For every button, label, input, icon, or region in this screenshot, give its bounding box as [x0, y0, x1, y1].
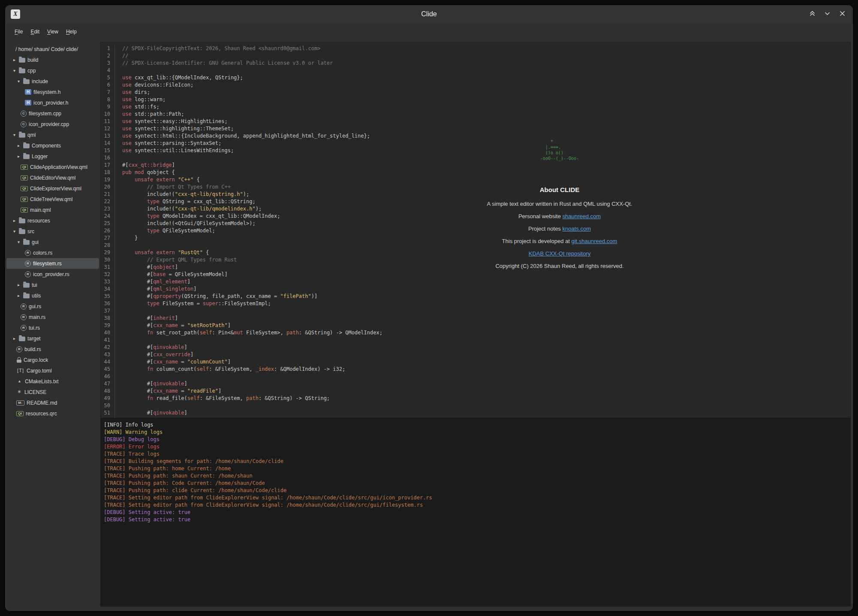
tree-item-cargo-toml[interactable]: [T]Cargo.toml	[6, 365, 99, 376]
tree-item-src[interactable]: ▾src	[6, 226, 99, 237]
tree-item-license[interactable]: *LICENSE	[6, 387, 99, 397]
tree-item-target[interactable]: ▸target	[6, 333, 99, 344]
kdab-cxx-qt-repository-link[interactable]: KDAB CXX-Qt repository	[529, 250, 591, 257]
tree-item-components[interactable]: ▸Components	[6, 140, 99, 151]
tree-item-include[interactable]: ▾include	[6, 76, 99, 87]
tree-item-logger[interactable]: ▸Logger	[6, 151, 99, 162]
tree-item-main-qml[interactable]: Qtmain.qml	[6, 204, 99, 215]
tree-item-clidetreeview-qml[interactable]: QtClideTreeView.qml	[6, 194, 99, 204]
tree-item-filesystem-h[interactable]: Hfilesystem.h	[6, 87, 99, 97]
tree-item-clideeditorview-qml[interactable]: QtClideEditorView.qml	[6, 172, 99, 183]
close-icon	[839, 10, 846, 19]
editor-pane[interactable]: 1234567891011121314151617181920212223242…	[101, 42, 850, 418]
close-button[interactable]	[839, 10, 846, 19]
line-number: 4	[101, 67, 110, 74]
code-line: fn column_count(self: &FileSystem, _inde…	[122, 366, 850, 373]
tree-item-tui[interactable]: ▸tui	[6, 279, 99, 290]
folder-icon	[23, 154, 30, 159]
file-explorer-sidebar[interactable]: / home/ shaun/ Code/ clide/▸build▾cpp▾in…	[5, 40, 100, 611]
log-output-panel[interactable]: [INFO] Info logs[WARN] Warning logs[DEBU…	[101, 418, 850, 606]
menu-item-help[interactable]: Help	[63, 27, 80, 36]
line-number: 33	[101, 278, 110, 285]
tree-item-resources-qrc[interactable]: Qtresources.qrc	[6, 408, 99, 419]
chevron-right-icon[interactable]: ▸	[18, 283, 23, 287]
tree-item-icon-provider-cpp[interactable]: Cicon_provider.cpp	[6, 119, 99, 129]
menu-item-edit[interactable]: Edit	[27, 27, 43, 36]
rust-file-icon: R	[21, 325, 27, 331]
tree-root-path[interactable]: / home/ shaun/ Code/ clide/	[6, 44, 99, 54]
line-number: 32	[101, 271, 110, 278]
tree-item-clideexplorerview-qml[interactable]: QtClideExplorerView.qml	[6, 183, 99, 194]
tree-item-tui-rs[interactable]: Rtui.rs	[6, 322, 99, 333]
tree-item-resources[interactable]: ▸resources	[6, 215, 99, 226]
tree-item-icon-provider-h[interactable]: Hicon_provider.h	[6, 97, 99, 108]
git-shaunreed-com-link[interactable]: git.shaunreed.com	[571, 238, 617, 244]
chevron-right-icon[interactable]: ▸	[18, 154, 23, 159]
code-line: fn set_root_path(self: Pin<&mut FileSyst…	[122, 329, 850, 337]
shaunreed-com-link[interactable]: shaunreed.com	[563, 213, 601, 219]
chevron-right-icon[interactable]: ▸	[13, 219, 19, 223]
line-number: 52	[101, 417, 110, 418]
log-line: [DEBUG] Setting active: true	[104, 509, 850, 516]
title-bar[interactable]: X Clide	[5, 5, 853, 23]
about-lines: A simple text editor written in Rust and…	[420, 200, 699, 270]
tree-item-label: ClideTreeView.qml	[30, 196, 72, 202]
main-panel: 1234567891011121314151617181920212223242…	[100, 42, 851, 607]
shade-button[interactable]	[809, 10, 816, 19]
code-line: #[qml_singleton]	[122, 285, 850, 293]
window-title: Clide	[421, 10, 437, 18]
cmake-file-icon: ▲	[16, 379, 23, 383]
code-line: use syntect::easy::HighlightLines;	[122, 118, 850, 125]
tree-item-colors-rs[interactable]: Rcolors.rs	[6, 247, 99, 258]
about-line: Project notes knoats.com	[420, 225, 699, 232]
tree-item-label: ClideApplicationView.qml	[30, 164, 87, 170]
tree-item-cargo-lock[interactable]: Cargo.lock	[6, 355, 99, 365]
rust-file-icon: R	[25, 271, 31, 277]
line-number: 22	[101, 198, 110, 205]
code-line: type FileSystem = super::FileSystemImpl;	[122, 300, 850, 307]
menu-item-file[interactable]: File	[11, 27, 26, 36]
tree-item-filesystem-rs[interactable]: Rfilesystem.rs	[6, 258, 99, 269]
tree-item-main-rs[interactable]: Rmain.rs	[6, 312, 99, 322]
tree-item-cmakelists-txt[interactable]: ▲CMakeLists.txt	[6, 376, 99, 387]
tree-item-gui-rs[interactable]: Rgui.rs	[6, 301, 99, 312]
chevron-right-icon[interactable]: ▸	[13, 337, 19, 341]
rust-file-icon: R	[21, 303, 27, 310]
tree-item-utils[interactable]: ▸utils	[6, 290, 99, 301]
chevron-right-icon[interactable]: ▸	[18, 294, 23, 298]
chevron-right-icon[interactable]: ▸	[18, 144, 23, 148]
line-number: 37	[101, 307, 110, 315]
tree-item-filesystem-cpp[interactable]: Cfilesystem.cpp	[6, 108, 99, 119]
tree-item-label: filesystem.h	[33, 89, 60, 95]
tree-item-label: Cargo.toml	[27, 368, 52, 374]
tree-item-label: ClideEditorView.qml	[30, 175, 76, 181]
tree-item-clideapplicationview-qml[interactable]: QtClideApplicationView.qml	[6, 162, 99, 172]
menu-item-view[interactable]: View	[44, 27, 62, 36]
tree-item-cpp[interactable]: ▾cpp	[6, 65, 99, 76]
chevron-down-icon[interactable]: ▾	[18, 79, 23, 84]
line-number: 44	[101, 358, 110, 366]
knoats-com-link[interactable]: knoats.com	[563, 225, 591, 232]
chevron-right-icon[interactable]: ▸	[13, 58, 19, 62]
chevron-down-icon[interactable]: ▾	[13, 229, 19, 234]
folder-icon	[23, 294, 30, 298]
tree-item-build-rs[interactable]: Rbuild.rs	[6, 344, 99, 355]
tree-item-build[interactable]: ▸build	[6, 54, 99, 65]
tree-item-qml[interactable]: ▾qml	[6, 129, 99, 140]
line-number-gutter: 1234567891011121314151617181920212223242…	[101, 45, 115, 418]
chevron-down-icon[interactable]: ▾	[18, 240, 23, 244]
code-line: use devicons::FileIcon;	[122, 81, 850, 89]
chevron-down-icon[interactable]: ▾	[13, 69, 19, 73]
line-number: 30	[101, 256, 110, 264]
line-number: 14	[101, 140, 110, 147]
cpp-file-icon: C	[21, 111, 27, 117]
tree-item-readme-md[interactable]: M↓README.md	[6, 397, 99, 408]
log-line: [TRACE] Trace logs	[104, 451, 850, 458]
tree-item-label: include	[32, 78, 48, 84]
tree-item-gui[interactable]: ▾gui	[6, 237, 99, 247]
tree-item-icon-provider-rs[interactable]: Ricon_provider.rs	[6, 269, 99, 279]
lock-file-icon	[16, 357, 21, 363]
unshade-button[interactable]	[824, 10, 831, 19]
chevron-down-icon[interactable]: ▾	[13, 133, 19, 137]
code-line	[122, 373, 850, 380]
